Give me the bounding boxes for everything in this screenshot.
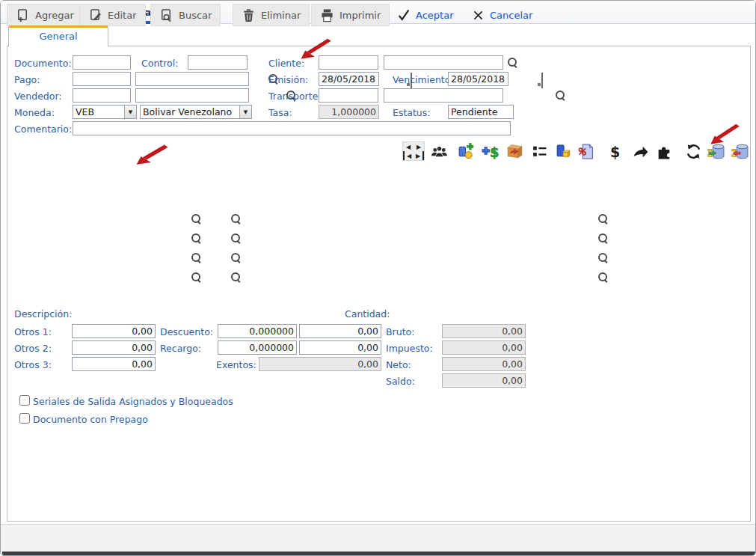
tipo-impuesto-search-icon[interactable]	[597, 213, 609, 224]
emision-date-input[interactable]	[319, 72, 379, 86]
cancelar-button[interactable]: Cancelar	[472, 4, 532, 26]
chevron-down-icon[interactable]: ▼	[239, 106, 251, 118]
next-record-icon[interactable]: ▶	[414, 142, 424, 151]
tasa-label: Tasa:	[268, 107, 292, 118]
codigo-search-icon[interactable]	[191, 233, 202, 244]
saldo-label: Saldo:	[386, 376, 415, 387]
bruto-readonly-field	[442, 324, 526, 338]
almacen-search-icon[interactable]	[230, 233, 242, 244]
otros3-input[interactable]	[72, 357, 156, 371]
vendedor-label: Vendedor:	[14, 91, 62, 102]
descuento-amount-input[interactable]	[299, 324, 381, 338]
transporte-search-icon[interactable]	[555, 90, 566, 101]
almacen-search-icon[interactable]	[230, 193, 242, 204]
return-document-icon[interactable]	[505, 141, 525, 162]
search-document-icon	[159, 8, 173, 22]
cantidad-total-label: Cantidad:	[345, 308, 390, 320]
descuento-rate-input[interactable]	[218, 324, 297, 338]
codigo-search-icon[interactable]	[191, 272, 202, 283]
moneda-name-select[interactable]: Bolivar Venezolano ▼	[140, 105, 252, 119]
prepago-checkbox[interactable]	[19, 413, 30, 424]
vendedor-code-input[interactable]	[73, 88, 131, 103]
tasa-readonly-field	[319, 105, 379, 119]
printer-icon	[320, 8, 334, 22]
detail-list-icon[interactable]	[529, 141, 550, 162]
tab-general[interactable]: General	[8, 25, 108, 46]
vencimiento-label: Vencimiento:	[393, 74, 454, 85]
almacen-search-icon[interactable]	[230, 252, 242, 263]
estatus-label: Estatus:	[393, 107, 431, 118]
codigo-search-icon[interactable]	[191, 193, 202, 204]
vencimiento-date-input[interactable]	[448, 72, 508, 86]
comentario-input[interactable]	[73, 121, 511, 135]
cliente-label: Cliente:	[268, 58, 304, 69]
tax-document-icon[interactable]	[576, 141, 596, 162]
aceptar-button[interactable]: Aceptar	[397, 4, 453, 26]
add-document-icon	[16, 8, 30, 22]
cliente-name-input[interactable]	[384, 55, 503, 70]
agregar-button[interactable]: Agregar	[7, 4, 83, 26]
agregar-label: Agregar	[35, 10, 74, 21]
moneda-code-value: VEB	[73, 106, 124, 118]
neto-readonly-field	[442, 357, 526, 371]
documento-input[interactable]	[73, 55, 131, 70]
aceptar-label: Aceptar	[416, 10, 453, 21]
tipo-impuesto-search-icon[interactable]	[597, 272, 609, 283]
control-input[interactable]	[188, 55, 248, 70]
tipo-impuesto-search-icon[interactable]	[597, 233, 609, 244]
stock-icon[interactable]	[553, 141, 573, 162]
tipo-impuesto-search-icon[interactable]	[597, 193, 609, 204]
send-arrow-icon[interactable]	[630, 141, 651, 162]
record-navigation[interactable]: ◀ ▶ ◀ ▶	[402, 141, 425, 161]
integration-puzzle-icon[interactable]	[654, 141, 674, 162]
buscar-button[interactable]: Buscar	[150, 4, 221, 26]
documento-label: Documento:	[14, 58, 72, 69]
facturas-de-venta-window: Workplace User Facturas de Venta General…	[0, 0, 756, 556]
almacen-search-icon[interactable]	[230, 213, 242, 224]
recargo-rate-input[interactable]	[218, 340, 297, 355]
add-charge-icon[interactable]: $	[480, 141, 500, 162]
almacen-search-icon[interactable]	[230, 272, 242, 283]
add-article-icon[interactable]	[455, 141, 476, 162]
eliminar-label: Eliminar	[261, 10, 301, 21]
cliente-search-icon[interactable]	[507, 57, 518, 68]
otros3-label: Otros 3:	[14, 359, 52, 370]
users-icon[interactable]	[429, 141, 449, 162]
vendedor-name-input[interactable]	[135, 88, 249, 103]
recargo-amount-input[interactable]	[299, 340, 381, 355]
impuesto-readonly-field	[442, 340, 526, 355]
transporte-name-input[interactable]	[384, 88, 503, 103]
prev-record-icon[interactable]: ◀	[403, 142, 414, 151]
tipo-impuesto-search-icon[interactable]	[597, 252, 609, 263]
codigo-search-icon[interactable]	[191, 252, 202, 263]
pago-name-input[interactable]	[135, 72, 249, 86]
impuesto-total-label: Impuesto:	[386, 343, 433, 354]
bruto-label: Bruto:	[386, 326, 414, 337]
moneda-code-select[interactable]: VEB ▼	[73, 105, 137, 119]
codigo-search-icon[interactable]	[191, 213, 202, 224]
vencimiento-calendar-icon[interactable]	[541, 73, 543, 88]
exentos-label: Exentos:	[216, 359, 256, 370]
load-database-icon[interactable]	[730, 141, 750, 162]
editar-button[interactable]: Editar	[79, 4, 146, 26]
neto-total-label: Neto:	[386, 359, 411, 370]
trash-icon	[242, 8, 256, 22]
estatus-input[interactable]	[448, 105, 514, 119]
first-record-icon[interactable]: ◀	[403, 151, 414, 160]
currency-dollar-icon[interactable]: $	[605, 141, 625, 162]
otros2-input[interactable]	[72, 340, 156, 355]
imprimir-button[interactable]: Imprimir	[311, 4, 390, 26]
save-database-icon[interactable]	[706, 141, 726, 162]
transporte-code-input[interactable]	[319, 88, 378, 103]
chevron-down-icon[interactable]: ▼	[124, 106, 136, 118]
otros1-input[interactable]	[72, 324, 156, 338]
control-label: Control:	[141, 58, 178, 69]
eliminar-button[interactable]: Eliminar	[233, 4, 310, 26]
seriales-checkbox[interactable]	[19, 395, 30, 406]
moneda-name-value: Bolivar Venezolano	[141, 106, 239, 118]
refresh-icon[interactable]	[683, 141, 704, 162]
cliente-code-input[interactable]	[319, 55, 378, 70]
last-record-icon[interactable]: ▶	[414, 151, 424, 160]
pago-code-input[interactable]	[73, 72, 131, 86]
saldo-readonly-field	[442, 373, 526, 388]
